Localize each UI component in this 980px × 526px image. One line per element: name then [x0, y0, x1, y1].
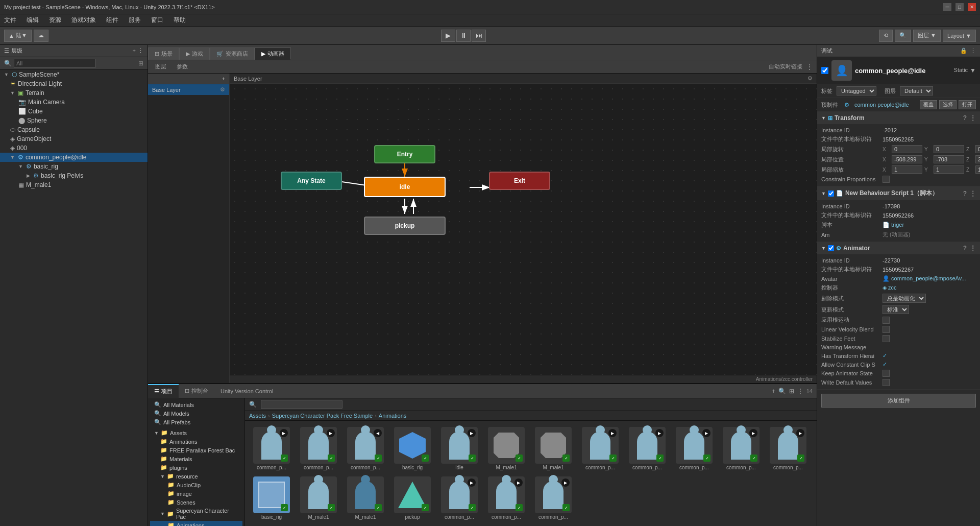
hierarchy-item-common-people[interactable]: ▼ ⚙ common_people@idle: [0, 153, 148, 162]
override-button[interactable]: 覆盖: [920, 100, 937, 109]
asset-item-common2[interactable]: ▶ ✓ common_p...: [296, 425, 341, 472]
hierarchy-item-000[interactable]: ◈ 000: [0, 144, 148, 153]
hierarchy-item-basic-rig[interactable]: ▼ ⚙ basic_rig: [0, 162, 148, 171]
scale-x[interactable]: [892, 165, 922, 174]
tab-project[interactable]: ☰ 项目: [148, 384, 179, 398]
pause-button[interactable]: ⏸: [456, 30, 471, 42]
animator-options-icon[interactable]: ⋮: [806, 63, 813, 70]
proj-all-materials[interactable]: 🔍 All Materials: [150, 400, 242, 409]
tag-select[interactable]: Untagged: [837, 86, 876, 95]
layout-button[interactable]: Layout ▼: [943, 30, 976, 42]
project-search-icon[interactable]: 🔍: [778, 388, 786, 395]
pos-y[interactable]: [934, 155, 964, 163]
add-component-button[interactable]: 添加组件: [821, 394, 976, 408]
hierarchy-item-basic-rig-pelvis[interactable]: ▶ ⚙ basic_rig Pelvis: [0, 171, 148, 180]
asset-item-common7[interactable]: ▶ ✓ common_p...: [719, 425, 764, 472]
tab-console[interactable]: ⊡ 控制台: [179, 384, 214, 398]
play-button[interactable]: ▶: [441, 30, 455, 42]
menu-help[interactable]: 帮助: [172, 15, 188, 26]
hierarchy-add-icon[interactable]: +: [133, 47, 136, 54]
mode-select[interactable]: 总是动画化: [883, 294, 926, 303]
project-add-icon[interactable]: +: [772, 388, 775, 395]
transform-header[interactable]: ▼ ⊞ Transform ? ⋮: [817, 112, 980, 124]
hierarchy-item-cube[interactable]: ⬜ Cube: [0, 107, 148, 116]
hierarchy-search-input[interactable]: [14, 59, 95, 68]
asset-item-mmale1-d[interactable]: ✓ M_male1: [343, 474, 388, 522]
proj-supercyan-animations[interactable]: 📁 Animations: [150, 521, 242, 526]
animator-node-anystate[interactable]: Any State: [281, 172, 342, 190]
animator-comp-header[interactable]: ▼ ⚙ Animator ? ⋮: [817, 242, 980, 254]
proj-image[interactable]: 📁 image: [150, 489, 242, 498]
asset-item-common10[interactable]: ▶ ✓ common_p...: [484, 474, 529, 522]
tab-scene[interactable]: ⊞ 场景: [148, 47, 179, 60]
asset-item-common8[interactable]: ▶ ✓ common_p...: [766, 425, 811, 472]
hierarchy-item-terrain[interactable]: ▼ ▣ Terrain: [0, 88, 148, 98]
breadcrumb-animations[interactable]: Animations: [379, 413, 406, 419]
proj-all-prefabs[interactable]: 🔍 All Prefabs: [150, 418, 242, 426]
proj-animations[interactable]: 📁 Animations: [150, 437, 242, 446]
asset-item-mmale1-b[interactable]: ✓ M_male1: [531, 425, 576, 472]
pos-x[interactable]: [892, 155, 922, 163]
base-layer-settings-icon[interactable]: ⚙: [807, 75, 813, 82]
cloud-button[interactable]: ☁: [34, 30, 48, 42]
menu-file[interactable]: 文件: [2, 15, 18, 26]
hierarchy-filter-icon[interactable]: ⊞: [138, 60, 143, 67]
asset-item-basic-rig[interactable]: ✓ basic_rig: [390, 425, 435, 472]
animator-canvas[interactable]: Entry Any State idle Exit: [230, 84, 817, 375]
proj-plugins[interactable]: 📁 plugins: [150, 463, 242, 472]
scale-y[interactable]: [934, 165, 964, 174]
hierarchy-item-capsule[interactable]: ⬭ Capsule: [0, 125, 148, 134]
menu-component[interactable]: 组件: [104, 15, 120, 26]
layer-settings-icon[interactable]: ⚙: [220, 86, 225, 93]
layer-item-base[interactable]: Base Layer ⚙: [148, 84, 229, 95]
layers-button[interactable]: 图层 ▼: [913, 30, 941, 42]
menu-assets[interactable]: 资源: [47, 15, 63, 26]
proj-assets[interactable]: ▼ 📁 Assets: [150, 428, 242, 437]
asset-item-common3[interactable]: ◀ ✓ common_p...: [343, 425, 388, 472]
hierarchy-item-gameobject[interactable]: ◈ GameObject: [0, 134, 148, 144]
menu-services[interactable]: 服务: [127, 15, 143, 26]
hierarchy-item-directional[interactable]: ☀ Directional Light: [0, 79, 148, 88]
help-icon[interactable]: ?: [963, 245, 967, 252]
obj-active-checkbox[interactable]: [821, 67, 828, 74]
static-arrow[interactable]: ▼: [970, 67, 976, 74]
settings-icon[interactable]: ⋮: [970, 245, 976, 252]
hierarchy-options-icon[interactable]: ⋮: [138, 47, 143, 54]
minimize-button[interactable]: ─: [943, 3, 951, 11]
maximize-button[interactable]: □: [955, 3, 964, 11]
script-header[interactable]: ▼ 📄 New Behaviour Script 1（脚本） ? ⋮: [817, 186, 980, 200]
hierarchy-item-samplescene[interactable]: ▼ ⬡ SampleScene*: [0, 70, 148, 79]
hierarchy-item-sphere[interactable]: ⬤ Sphere: [0, 116, 148, 125]
help-icon[interactable]: ?: [963, 190, 967, 197]
proj-free-parallax[interactable]: 📁 FREE Parallax Forest Bac: [150, 446, 242, 455]
tab-animator[interactable]: ▶ 动画器: [255, 47, 291, 60]
write-default-checkbox[interactable]: [883, 379, 890, 386]
animator-node-pickup[interactable]: pickup: [364, 217, 446, 235]
asset-item-common4[interactable]: ▶ ✓ common_p...: [578, 425, 623, 472]
asset-item-mmale1-c[interactable]: ✓ M_male1: [296, 474, 341, 522]
breadcrumb-supercyan[interactable]: Supercyan Character Pack Free Sample: [272, 413, 373, 419]
asset-item-common5[interactable]: ▶ ✓ common_p...: [625, 425, 670, 472]
project-search-input[interactable]: [261, 400, 342, 409]
search-button[interactable]: 🔍: [895, 30, 911, 42]
settings-icon[interactable]: ⋮: [970, 114, 976, 122]
animator-node-entry[interactable]: Entry: [374, 145, 435, 163]
project-filter-icon[interactable]: ⊞: [789, 388, 794, 395]
asset-item-common6[interactable]: ▶ ✓ common_p...: [672, 425, 717, 472]
scale-z[interactable]: [975, 165, 980, 174]
update-select[interactable]: 标准: [883, 305, 909, 314]
animator-node-idle[interactable]: idle: [364, 177, 446, 197]
proj-all-models[interactable]: 🔍 All Models: [150, 409, 242, 418]
account-button[interactable]: ▲ 陆▼: [4, 30, 32, 42]
open-button[interactable]: 打开: [959, 100, 976, 109]
proj-audioclip[interactable]: 📁 AudioClip: [150, 481, 242, 489]
tab-version-control[interactable]: Unity Version Control: [214, 384, 279, 398]
linear-vel-checkbox[interactable]: [883, 326, 890, 333]
rot-y[interactable]: [934, 145, 964, 153]
asset-item-mmale1-a[interactable]: ✓ M_male1: [484, 425, 529, 472]
proj-supercyan[interactable]: ▼ 📁 Supercyan Character Pac: [150, 507, 242, 521]
animator-node-exit[interactable]: Exit: [489, 172, 550, 190]
help-icon[interactable]: ?: [963, 114, 967, 122]
add-layer-icon[interactable]: +: [222, 76, 225, 82]
inspector-lock-icon[interactable]: 🔒: [960, 47, 967, 54]
